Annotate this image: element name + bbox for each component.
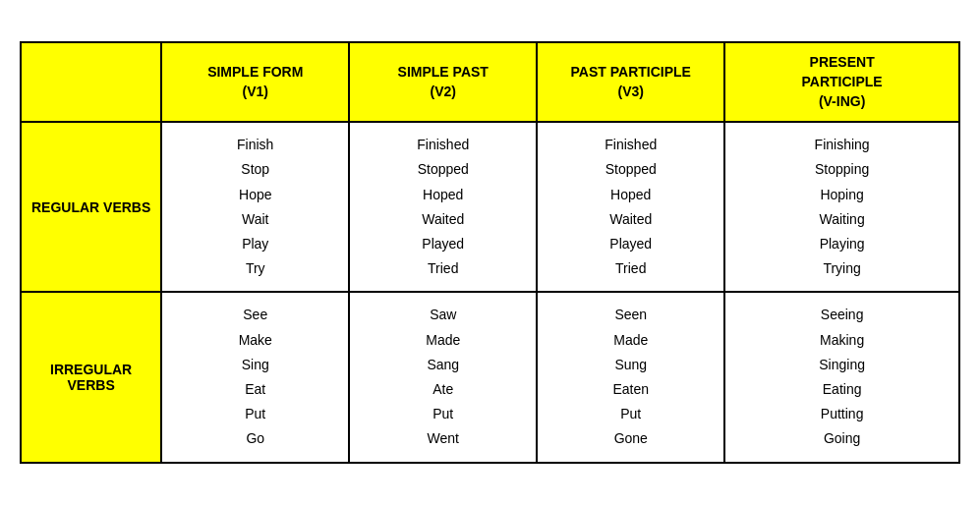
data-cell-v3-0: FinishedStoppedHopedWaitedPlayedTried bbox=[537, 122, 724, 292]
header-v1: SIMPLE FORM(V1) bbox=[161, 42, 349, 122]
data-cell-v2-1: SawMadeSangAtePutWent bbox=[349, 292, 537, 462]
data-cell-v1-1: SeeMakeSingEatPutGo bbox=[161, 292, 349, 462]
table-row: IRREGULARVERBSSeeMakeSingEatPutGoSawMade… bbox=[21, 292, 959, 462]
verb-table: SIMPLE FORM(V1) SIMPLE PAST(V2) PAST PAR… bbox=[20, 41, 960, 463]
data-cell-v1-0: FinishStopHopeWaitPlayTry bbox=[161, 122, 349, 292]
table-wrapper: SIMPLE FORM(V1) SIMPLE PAST(V2) PAST PAR… bbox=[0, 22, 980, 482]
header-v2: SIMPLE PAST(V2) bbox=[349, 42, 537, 122]
header-ving: PRESENTPARTICIPLE(V-ING) bbox=[724, 42, 959, 122]
category-cell-1: IRREGULARVERBS bbox=[21, 292, 161, 462]
category-cell-0: REGULAR VERBS bbox=[21, 122, 161, 292]
header-row: SIMPLE FORM(V1) SIMPLE PAST(V2) PAST PAR… bbox=[21, 42, 959, 122]
data-cell-ving-1: SeeingMakingSingingEatingPuttingGoing bbox=[724, 292, 959, 462]
header-v3: PAST PARTICIPLE(V3) bbox=[537, 42, 724, 122]
data-cell-ving-0: FinishingStoppingHopingWaitingPlayingTry… bbox=[724, 122, 959, 292]
data-cell-v2-0: FinishedStoppedHopedWaitedPlayedTried bbox=[349, 122, 537, 292]
data-cell-v3-1: SeenMadeSungEatenPutGone bbox=[537, 292, 724, 462]
table-row: REGULAR VERBSFinishStopHopeWaitPlayTryFi… bbox=[21, 122, 959, 292]
header-empty bbox=[21, 42, 161, 122]
